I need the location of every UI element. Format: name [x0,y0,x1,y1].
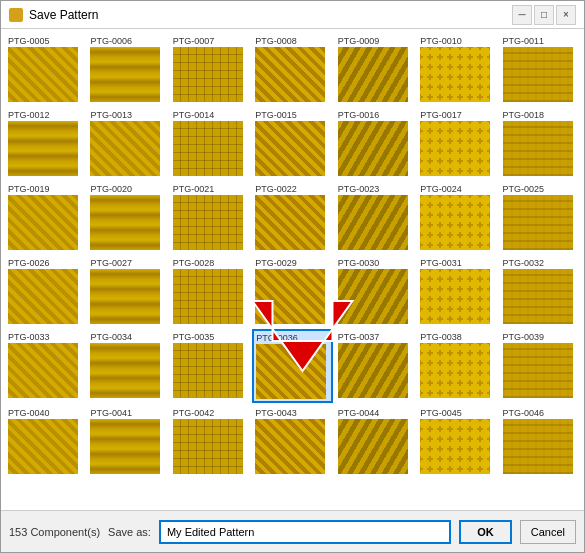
minimize-button[interactable]: ─ [512,5,532,25]
pattern-label: PTG-0035 [173,332,215,342]
pattern-cell[interactable]: PTG-0022 [252,181,332,253]
pattern-cell[interactable]: PTG-0017 [417,107,497,179]
pattern-thumbnail [8,195,78,250]
pattern-cell[interactable]: PTG-0037 [335,329,415,403]
pattern-thumbnail [255,269,325,324]
pattern-label: PTG-0027 [90,258,132,268]
pattern-thumbnail [173,419,243,474]
pattern-label: PTG-0033 [8,332,50,342]
pattern-thumbnail [338,419,408,474]
pattern-label: PTG-0013 [90,110,132,120]
pattern-label: PTG-0025 [503,184,545,194]
pattern-cell[interactable]: PTG-0046 [500,405,580,477]
pattern-thumbnail [420,47,490,102]
pattern-cell[interactable]: PTG-0041 [87,405,167,477]
pattern-grid: PTG-0005PTG-0006PTG-0007PTG-0008PTG-0009… [5,33,580,477]
close-button[interactable]: × [556,5,576,25]
pattern-grid-container[interactable]: PTG-0005PTG-0006PTG-0007PTG-0008PTG-0009… [1,29,584,510]
title-bar: Save Pattern ─ □ × [1,1,584,29]
save-as-input[interactable] [159,520,451,544]
pattern-label: PTG-0028 [173,258,215,268]
pattern-cell[interactable]: PTG-0035 [170,329,250,403]
pattern-thumbnail [90,47,160,102]
pattern-cell[interactable]: PTG-0030 [335,255,415,327]
ok-button[interactable]: OK [459,520,512,544]
pattern-cell[interactable]: PTG-0031 [417,255,497,327]
pattern-label: PTG-0045 [420,408,462,418]
pattern-cell[interactable]: PTG-0036 [252,329,332,403]
title-bar-left: Save Pattern [9,8,98,22]
pattern-label: PTG-0044 [338,408,380,418]
pattern-cell[interactable]: PTG-0020 [87,181,167,253]
pattern-cell[interactable]: PTG-0040 [5,405,85,477]
pattern-cell[interactable]: PTG-0029 [252,255,332,327]
pattern-label: PTG-0040 [8,408,50,418]
pattern-cell[interactable]: PTG-0018 [500,107,580,179]
pattern-cell[interactable]: PTG-0015 [252,107,332,179]
pattern-thumbnail [90,269,160,324]
pattern-thumbnail [173,195,243,250]
pattern-cell[interactable]: PTG-0028 [170,255,250,327]
pattern-label: PTG-0007 [173,36,215,46]
pattern-label: PTG-0018 [503,110,545,120]
pattern-cell[interactable]: PTG-0045 [417,405,497,477]
pattern-cell[interactable]: PTG-0039 [500,329,580,403]
pattern-cell[interactable]: PTG-0033 [5,329,85,403]
pattern-cell[interactable]: PTG-0032 [500,255,580,327]
pattern-cell[interactable]: PTG-0021 [170,181,250,253]
pattern-label: PTG-0030 [338,258,380,268]
pattern-cell[interactable]: PTG-0014 [170,107,250,179]
pattern-thumbnail [338,343,408,398]
pattern-cell[interactable]: PTG-0016 [335,107,415,179]
pattern-thumbnail [256,344,326,399]
pattern-thumbnail [420,343,490,398]
maximize-button[interactable]: □ [534,5,554,25]
pattern-cell[interactable]: PTG-0043 [252,405,332,477]
save-pattern-window: Save Pattern ─ □ × PTG-0005PTG-0006PTG-0… [0,0,585,553]
pattern-label: PTG-0011 [503,36,545,46]
pattern-label: PTG-0019 [8,184,50,194]
pattern-thumbnail [420,121,490,176]
title-controls: ─ □ × [512,5,576,25]
pattern-cell[interactable]: PTG-0019 [5,181,85,253]
pattern-cell[interactable]: PTG-0009 [335,33,415,105]
pattern-label: PTG-0034 [90,332,132,342]
pattern-cell[interactable]: PTG-0008 [252,33,332,105]
pattern-cell[interactable]: PTG-0027 [87,255,167,327]
pattern-cell[interactable]: PTG-0005 [5,33,85,105]
pattern-cell[interactable]: PTG-0013 [87,107,167,179]
footer: 153 Component(s) Save as: OK Cancel [1,510,584,552]
pattern-cell[interactable]: PTG-0006 [87,33,167,105]
pattern-cell[interactable]: PTG-0042 [170,405,250,477]
pattern-cell[interactable]: PTG-0044 [335,405,415,477]
pattern-thumbnail [173,269,243,324]
pattern-cell[interactable]: PTG-0025 [500,181,580,253]
pattern-cell[interactable]: PTG-0010 [417,33,497,105]
pattern-label: PTG-0026 [8,258,50,268]
pattern-cell[interactable]: PTG-0026 [5,255,85,327]
pattern-cell[interactable]: PTG-0012 [5,107,85,179]
pattern-cell[interactable]: PTG-0038 [417,329,497,403]
pattern-thumbnail [338,269,408,324]
pattern-thumbnail [255,47,325,102]
pattern-thumbnail [338,195,408,250]
pattern-thumbnail [338,47,408,102]
cancel-button[interactable]: Cancel [520,520,576,544]
pattern-thumbnail [503,419,573,474]
pattern-thumbnail [90,419,160,474]
title-icon [9,8,23,22]
pattern-cell[interactable]: PTG-0024 [417,181,497,253]
pattern-thumbnail [173,121,243,176]
pattern-label: PTG-0043 [255,408,297,418]
pattern-cell[interactable]: PTG-0034 [87,329,167,403]
pattern-label: PTG-0024 [420,184,462,194]
pattern-cell[interactable]: PTG-0007 [170,33,250,105]
pattern-label: PTG-0022 [255,184,297,194]
pattern-label: PTG-0014 [173,110,215,120]
pattern-thumbnail [420,269,490,324]
pattern-cell[interactable]: PTG-0011 [500,33,580,105]
pattern-label: PTG-0016 [338,110,380,120]
pattern-label: PTG-0008 [255,36,297,46]
pattern-label: PTG-0031 [420,258,462,268]
pattern-cell[interactable]: PTG-0023 [335,181,415,253]
